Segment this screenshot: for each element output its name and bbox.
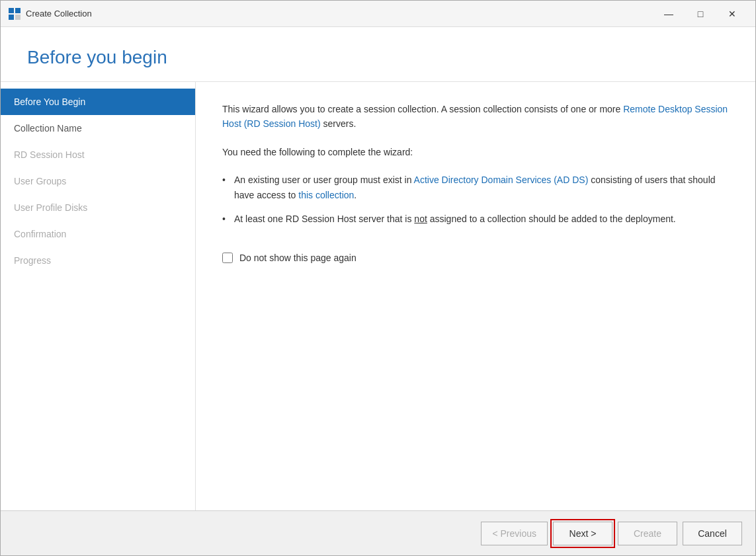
cancel-button[interactable]: Cancel: [683, 522, 742, 545]
sidebar-item-user-groups: User Groups: [1, 168, 195, 194]
checkbox-area: Do not show this page again: [222, 253, 729, 263]
maximize-button[interactable]: □: [685, 3, 716, 24]
titlebar-buttons: — □ ✕: [653, 3, 747, 24]
sidebar-item-progress: Progress: [1, 247, 195, 274]
footer: < Previous Next > Create Cancel: [1, 510, 755, 555]
prereq-title: You need the following to complete the w…: [222, 145, 729, 159]
close-button[interactable]: ✕: [717, 3, 747, 24]
minimize-button[interactable]: —: [653, 3, 684, 24]
sidebar-item-confirmation: Confirmation: [1, 221, 195, 247]
window-title: Create Collection: [26, 9, 92, 19]
svg-rect-0: [9, 8, 14, 13]
svg-rect-3: [15, 15, 21, 20]
page-title: Before you begin: [27, 47, 729, 68]
create-button[interactable]: Create: [618, 522, 677, 545]
sidebar-item-collection-name[interactable]: Collection Name: [1, 115, 195, 141]
app-icon: [9, 8, 21, 20]
svg-rect-2: [9, 15, 14, 20]
bullet-item-1: An existing user or user group must exis…: [222, 173, 729, 202]
sidebar-item-user-profile-disks: User Profile Disks: [1, 194, 195, 221]
dont-show-checkbox[interactable]: [222, 253, 233, 263]
main-window: Create Collection — □ ✕ Before you begin…: [0, 0, 756, 556]
bullet-list: An existing user or user group must exis…: [222, 173, 729, 226]
bullet-item-2: At least one RD Session Host server that…: [222, 212, 729, 226]
intro-text: This wizard allows you to create a sessi…: [222, 102, 729, 132]
svg-rect-1: [15, 8, 21, 13]
next-button[interactable]: Next >: [553, 522, 612, 545]
sidebar: Before You Begin Collection Name RD Sess…: [1, 82, 196, 510]
dont-show-label[interactable]: Do not show this page again: [239, 253, 357, 263]
sidebar-item-before-you-begin[interactable]: Before You Begin: [1, 89, 195, 115]
titlebar: Create Collection — □ ✕: [1, 1, 755, 27]
content-area: Before You Begin Collection Name RD Sess…: [1, 82, 755, 510]
sidebar-item-rd-session-host: RD Session Host: [1, 141, 195, 168]
page-header: Before you begin: [1, 27, 755, 82]
previous-button[interactable]: < Previous: [481, 522, 548, 545]
main-content: This wizard allows you to create a sessi…: [196, 82, 755, 510]
titlebar-left: Create Collection: [9, 8, 92, 20]
